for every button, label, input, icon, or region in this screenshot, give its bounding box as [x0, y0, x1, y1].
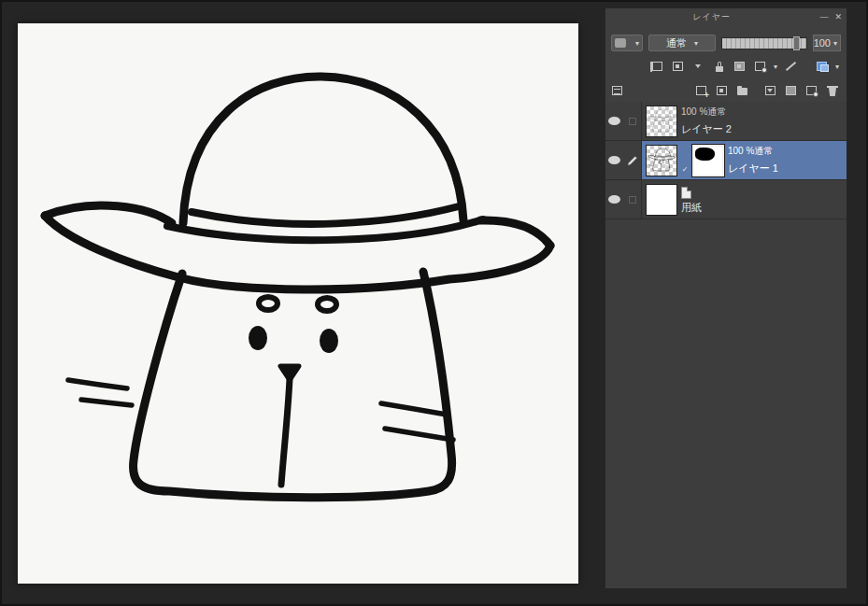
enable-mask-icon[interactable]	[753, 60, 767, 73]
minimize-icon[interactable]: —	[819, 8, 828, 25]
ruler-icon[interactable]	[784, 60, 798, 73]
visibility-eye-icon[interactable]	[608, 156, 620, 164]
layer-blend-label: 100 %通常	[728, 145, 778, 158]
chevron-down-icon: ▾	[694, 39, 698, 48]
chevron-down-icon: ▾	[833, 39, 837, 48]
layer-blend-label: 100 %通常	[681, 106, 732, 119]
blend-mode-dropdown[interactable]: 通常 ▾	[648, 35, 716, 51]
cat-with-hat-artwork	[18, 23, 578, 584]
lock-transparent-pixels-icon[interactable]	[733, 60, 747, 73]
layer-effect-dropdown[interactable]: ▾	[611, 35, 643, 51]
reference-layer-icon[interactable]	[671, 60, 685, 73]
chevron-down-icon[interactable]: ▾	[774, 63, 777, 71]
opacity-value: 100	[814, 37, 831, 49]
layer-row-layer-1[interactable]: ✓ 100 %通常 レイヤー 1	[605, 141, 847, 180]
visibility-column	[605, 141, 623, 179]
edit-column	[623, 180, 641, 218]
layer-row-paper[interactable]: 用紙	[605, 180, 847, 219]
layer-name[interactable]: レイヤー 1	[728, 162, 778, 176]
paper-thumbnail[interactable]	[646, 184, 677, 216]
layer-list: 100 %通常 レイヤー 2 ✓ 100	[605, 102, 847, 588]
visibility-column	[605, 180, 623, 218]
new-vector-layer-icon[interactable]	[715, 84, 729, 97]
opacity-slider[interactable]	[721, 37, 807, 49]
new-raster-layer-icon[interactable]	[694, 84, 708, 97]
chevron-down-icon[interactable]: ▾	[835, 63, 839, 71]
merge-with-lower-layer-icon[interactable]	[784, 84, 798, 97]
layer-1-preview	[647, 146, 676, 176]
layer-2-preview	[647, 106, 676, 136]
opacity-slider-handle[interactable]	[793, 36, 800, 50]
visibility-eye-icon[interactable]	[608, 195, 620, 204]
layer-name[interactable]: 用紙	[681, 201, 702, 215]
layer-select-checkbox[interactable]	[629, 196, 636, 204]
panel-title: レイヤー	[610, 11, 813, 23]
blend-mode-value: 通常	[666, 36, 687, 50]
mask-link-icon[interactable]: ✓	[681, 165, 689, 174]
layer-thumbnail[interactable]	[646, 106, 677, 137]
draft-layer-icon[interactable]	[691, 60, 705, 73]
layer-property-toolbar: ▾ ▾	[605, 57, 847, 76]
blend-opacity-row: ▾ 通常 ▾ 100 ▾	[605, 33, 847, 53]
lock-layer-icon[interactable]	[712, 60, 726, 73]
layer-effect-swatch	[615, 38, 626, 48]
visibility-eye-icon[interactable]	[608, 117, 620, 125]
layer-select-checkbox[interactable]	[629, 118, 636, 125]
clipping-icon[interactable]	[650, 60, 664, 73]
palette-view-mode-icon[interactable]	[610, 84, 624, 97]
edit-column	[623, 102, 641, 140]
layer-thumbnail[interactable]	[646, 145, 677, 176]
delete-layer-icon[interactable]	[825, 84, 839, 97]
layer-command-toolbar	[605, 81, 847, 100]
panel-titlebar: レイヤー — ✕	[605, 8, 847, 25]
layers-panel: レイヤー — ✕ ▾ 通常 ▾ 100 ▾ ▾ ▾	[605, 7, 847, 589]
layer-row-layer-2[interactable]: 100 %通常 レイヤー 2	[605, 102, 847, 141]
layer-mask-thumbnail[interactable]	[692, 145, 724, 176]
editing-pencil-icon	[627, 155, 638, 166]
drawing-canvas[interactable]	[18, 23, 578, 584]
create-layer-mask-icon[interactable]	[804, 84, 818, 97]
transfer-to-lower-layer-icon[interactable]	[763, 84, 777, 97]
opacity-value-box[interactable]: 100 ▾	[813, 35, 841, 51]
paper-page-icon	[681, 187, 691, 199]
visibility-column	[605, 102, 623, 140]
close-icon[interactable]: ✕	[834, 8, 842, 25]
new-layer-folder-icon[interactable]	[735, 84, 749, 97]
chevron-down-icon: ▾	[635, 39, 639, 48]
edit-column	[623, 141, 641, 179]
layer-name[interactable]: レイヤー 2	[681, 122, 732, 136]
layer-color-icon[interactable]	[815, 60, 829, 73]
